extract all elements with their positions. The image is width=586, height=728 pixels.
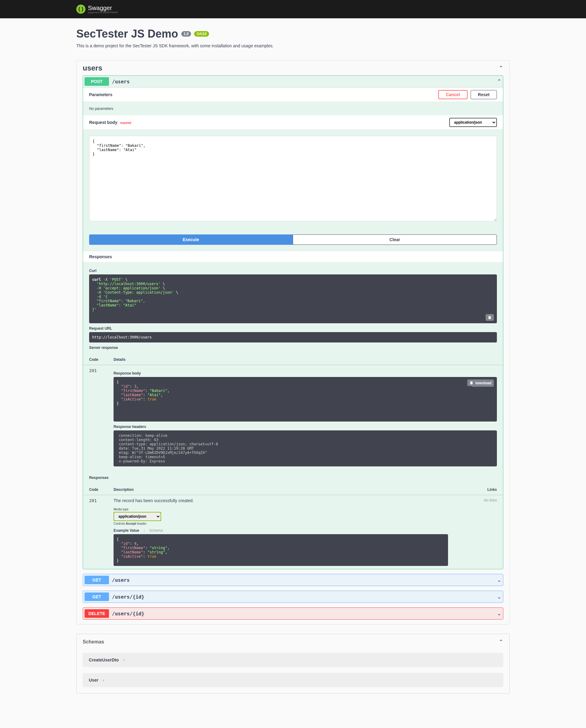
response-headers: connection: keep-alive content-length: 6… [113, 431, 497, 466]
copy-icon[interactable]: 📋 [467, 380, 476, 386]
chevron-down-icon: ⌄ [497, 593, 502, 600]
details-header: Details [113, 358, 497, 362]
opblock-get: GET /users ⌄ [83, 574, 503, 586]
endpoint-path: /users/{id} [109, 594, 497, 600]
opblock-delete: DELETE /users/{id} ⌄ [83, 607, 503, 620]
op-summary[interactable]: DELETE /users/{id} ⌄ [83, 608, 503, 619]
chevron-down-icon: ⌄ [497, 610, 502, 617]
oas-badge: OAS3 [194, 31, 209, 36]
curl-command: curl -X 'POST' \ 'http://localhost:3000/… [89, 275, 497, 323]
media-type-label: Media type [113, 508, 473, 511]
response-headers-label: Response headers [113, 424, 497, 429]
clear-button[interactable]: Clear [293, 234, 497, 245]
server-response-label: Server response [89, 345, 497, 350]
media-type-select[interactable]: application/json [113, 512, 161, 521]
endpoint-path: /users/{id} [109, 611, 497, 617]
chevron-right-icon: › [123, 658, 125, 662]
copy-icon[interactable]: 📋 [486, 314, 494, 321]
example-value-tab[interactable]: Example Value [113, 528, 139, 532]
method-badge-post: POST [84, 77, 109, 86]
schemas-header[interactable]: Schemas ⌃ [77, 634, 509, 650]
example-schema: { "id": 0, "firstName": "string", "lastN… [113, 534, 448, 566]
api-title: SecTester JS Demo [76, 27, 178, 40]
request-body-textarea[interactable] [89, 136, 497, 221]
schema-name: CreateUserDto [89, 657, 119, 662]
doc-code: 201 [89, 498, 113, 566]
version-badge: 1.0 [181, 31, 191, 36]
description-header: Description [113, 488, 473, 492]
method-badge: GET [84, 593, 109, 601]
request-url: http://localhost:3000/users [89, 332, 497, 342]
response-body-label: Response body [113, 371, 497, 375]
no-parameters-text: No parameters [83, 102, 503, 115]
method-badge: DELETE [84, 609, 109, 618]
schemas-section: Schemas ⌃ CreateUserDto › User › [76, 634, 510, 694]
curl-label: Curl [89, 269, 497, 273]
required-label: required [120, 121, 131, 125]
tag-header[interactable]: users ⌃ [77, 61, 509, 75]
tag-name: users [83, 64, 102, 72]
chevron-right-icon: › [103, 678, 104, 682]
schema-name: User [89, 678, 98, 682]
op-summary[interactable]: GET /users ⌄ [83, 574, 503, 586]
parameters-label: Parameters [89, 92, 112, 97]
chevron-up-icon: ⌃ [499, 639, 503, 645]
responses-label2: Responses [89, 475, 497, 480]
chevron-down-icon: ⌄ [497, 577, 502, 583]
code-header: Code [89, 358, 113, 362]
response-code: 201 [89, 368, 113, 466]
reset-button[interactable]: Reset [471, 90, 497, 99]
chevron-up-icon: ⌃ [499, 65, 503, 72]
code-header: Code [89, 488, 113, 492]
content-type-select[interactable]: application/json [449, 118, 497, 127]
chevron-up-icon: ⌃ [497, 78, 502, 85]
schema-item[interactable]: CreateUserDto › [83, 653, 503, 667]
topbar: { } Swagger supported by SMARTBEAR [0, 0, 586, 18]
brand-text: Swagger [88, 5, 112, 11]
doc-description: The record has been successfully created… [113, 498, 473, 503]
no-links: No links [473, 498, 497, 566]
method-badge: GET [84, 576, 109, 584]
schema-tab[interactable]: Schema [149, 528, 163, 532]
op-summary[interactable]: POST /users ⌃ [83, 76, 503, 87]
accept-note: Controls Accept header. [113, 522, 473, 525]
opblock-post-users: POST /users ⌃ Parameters Cancel Reset No… [83, 75, 503, 569]
links-header: Links [473, 488, 497, 492]
responses-header: Responses [83, 251, 503, 262]
api-description: This is a demo project for the SecTester… [76, 43, 510, 48]
tag-section-users: users ⌃ POST /users ⌃ Parameters Cancel … [76, 60, 510, 625]
request-body-label: Request body [89, 120, 117, 125]
brand-subtext: supported by SMARTBEAR [88, 11, 118, 14]
execute-button[interactable]: Execute [89, 234, 293, 245]
response-body: { "id": 3, "firstName": "Bakari", "lastN… [113, 377, 497, 421]
cancel-button[interactable]: Cancel [438, 90, 468, 99]
endpoint-path: /users [109, 79, 497, 84]
swagger-icon: { } [76, 5, 85, 14]
opblock-get: GET /users/{id} ⌄ [83, 591, 503, 603]
request-url-label: Request URL [89, 326, 497, 331]
endpoint-path: /users [109, 577, 497, 583]
schemas-title: Schemas [83, 639, 104, 645]
swagger-logo[interactable]: { } Swagger supported by SMARTBEAR [76, 5, 118, 14]
op-summary[interactable]: GET /users/{id} ⌄ [83, 591, 503, 602]
schema-item[interactable]: User › [83, 673, 503, 687]
